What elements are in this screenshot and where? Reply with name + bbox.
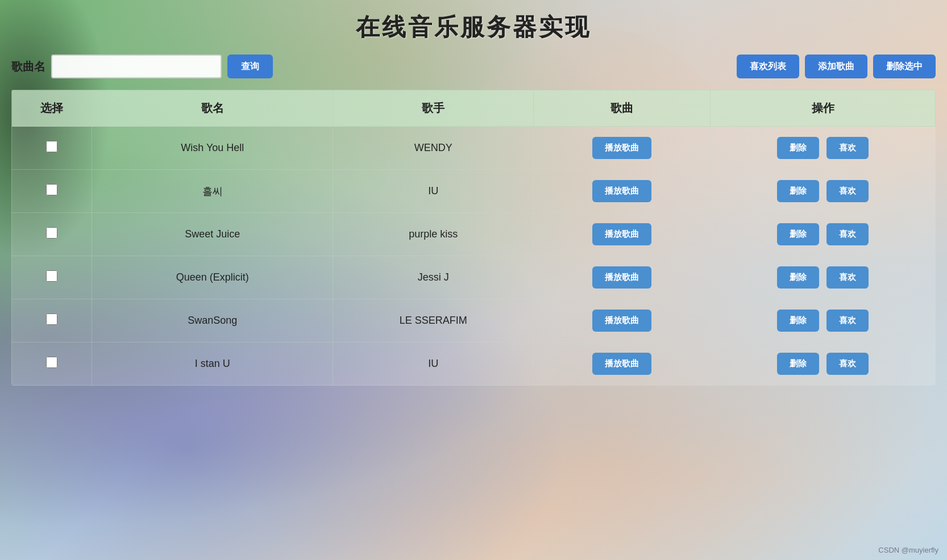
- select-cell-3: [12, 213, 92, 256]
- artist-name-3: purple kiss: [333, 213, 534, 256]
- delete-button-1[interactable]: 删除: [777, 137, 819, 159]
- table-header: 选择 歌名 歌手 歌曲 操作: [12, 90, 936, 127]
- row-checkbox-3[interactable]: [46, 227, 57, 239]
- action-cell-3: 删除 喜欢: [711, 213, 936, 256]
- select-cell-6: [12, 342, 92, 386]
- select-cell-1: [12, 127, 92, 170]
- play-button-3[interactable]: 播放歌曲: [592, 223, 651, 245]
- table-row: Queen (Explicit) Jessi J 播放歌曲 删除 喜欢: [12, 256, 936, 299]
- like-button-4[interactable]: 喜欢: [826, 266, 869, 289]
- song-name-6: I stan U: [92, 342, 333, 386]
- toolbar: 歌曲名 查询 喜欢列表 添加歌曲 删除选中: [11, 55, 936, 78]
- like-button-3[interactable]: 喜欢: [826, 223, 869, 245]
- play-cell-2: 播放歌曲: [534, 170, 711, 213]
- search-label: 歌曲名: [11, 59, 45, 74]
- delete-button-6[interactable]: 删除: [777, 353, 819, 375]
- table-row: 흘씨 IU 播放歌曲 删除 喜欢: [12, 170, 936, 213]
- play-button-1[interactable]: 播放歌曲: [592, 137, 651, 159]
- artist-name-1: WENDY: [333, 127, 534, 170]
- play-cell-1: 播放歌曲: [534, 127, 711, 170]
- delete-button-3[interactable]: 删除: [777, 223, 819, 245]
- select-cell-4: [12, 256, 92, 299]
- delete-button-2[interactable]: 删除: [777, 180, 819, 202]
- header-select: 选择: [12, 90, 92, 127]
- watermark: CSDN @muyierfly: [878, 546, 938, 554]
- artist-name-6: IU: [333, 342, 534, 386]
- table-body: Wish You Hell WENDY 播放歌曲 删除 喜欢 흘씨 IU 播放歌…: [12, 127, 936, 386]
- like-button-5[interactable]: 喜欢: [826, 310, 869, 332]
- select-cell-2: [12, 170, 92, 213]
- play-button-6[interactable]: 播放歌曲: [592, 353, 651, 375]
- table-row: SwanSong LE SSERAFIM 播放歌曲 删除 喜欢: [12, 299, 936, 342]
- table-row: Sweet Juice purple kiss 播放歌曲 删除 喜欢: [12, 213, 936, 256]
- delete-button-4[interactable]: 删除: [777, 266, 819, 289]
- row-checkbox-5[interactable]: [46, 314, 57, 325]
- row-checkbox-2[interactable]: [46, 184, 57, 195]
- song-name-4: Queen (Explicit): [92, 256, 333, 299]
- favorites-button[interactable]: 喜欢列表: [737, 55, 799, 78]
- action-cell-4: 删除 喜欢: [711, 256, 936, 299]
- header-song: 歌曲: [534, 90, 711, 127]
- action-cell-6: 删除 喜欢: [711, 342, 936, 386]
- header-name: 歌名: [92, 90, 333, 127]
- search-input[interactable]: [51, 55, 222, 78]
- play-cell-3: 播放歌曲: [534, 213, 711, 256]
- play-button-4[interactable]: 播放歌曲: [592, 266, 651, 289]
- add-song-button[interactable]: 添加歌曲: [805, 55, 867, 78]
- songs-table-container: 选择 歌名 歌手 歌曲 操作 Wish You Hell WENDY 播放歌曲 …: [11, 90, 936, 386]
- artist-name-5: LE SSERAFIM: [333, 299, 534, 342]
- page-title: 在线音乐服务器实现: [11, 11, 936, 43]
- song-name-1: Wish You Hell: [92, 127, 333, 170]
- header-action: 操作: [711, 90, 936, 127]
- action-cell-5: 删除 喜欢: [711, 299, 936, 342]
- play-cell-5: 播放歌曲: [534, 299, 711, 342]
- table-row: Wish You Hell WENDY 播放歌曲 删除 喜欢: [12, 127, 936, 170]
- delete-selected-button[interactable]: 删除选中: [873, 55, 936, 78]
- songs-table: 选择 歌名 歌手 歌曲 操作 Wish You Hell WENDY 播放歌曲 …: [11, 90, 936, 386]
- action-cell-1: 删除 喜欢: [711, 127, 936, 170]
- query-button[interactable]: 查询: [227, 55, 273, 78]
- play-button-5[interactable]: 播放歌曲: [592, 310, 651, 332]
- row-checkbox-4[interactable]: [46, 270, 57, 282]
- song-name-3: Sweet Juice: [92, 213, 333, 256]
- artist-name-4: Jessi J: [333, 256, 534, 299]
- row-checkbox-1[interactable]: [46, 141, 57, 152]
- song-name-5: SwanSong: [92, 299, 333, 342]
- row-checkbox-6[interactable]: [46, 357, 57, 368]
- like-button-2[interactable]: 喜欢: [826, 180, 869, 202]
- song-name-2: 흘씨: [92, 170, 333, 213]
- select-cell-5: [12, 299, 92, 342]
- like-button-6[interactable]: 喜欢: [826, 353, 869, 375]
- play-cell-6: 播放歌曲: [534, 342, 711, 386]
- action-cell-2: 删除 喜欢: [711, 170, 936, 213]
- table-row: I stan U IU 播放歌曲 删除 喜欢: [12, 342, 936, 386]
- play-cell-4: 播放歌曲: [534, 256, 711, 299]
- header-artist: 歌手: [333, 90, 534, 127]
- artist-name-2: IU: [333, 170, 534, 213]
- like-button-1[interactable]: 喜欢: [826, 137, 869, 159]
- delete-button-5[interactable]: 删除: [777, 310, 819, 332]
- play-button-2[interactable]: 播放歌曲: [592, 180, 651, 202]
